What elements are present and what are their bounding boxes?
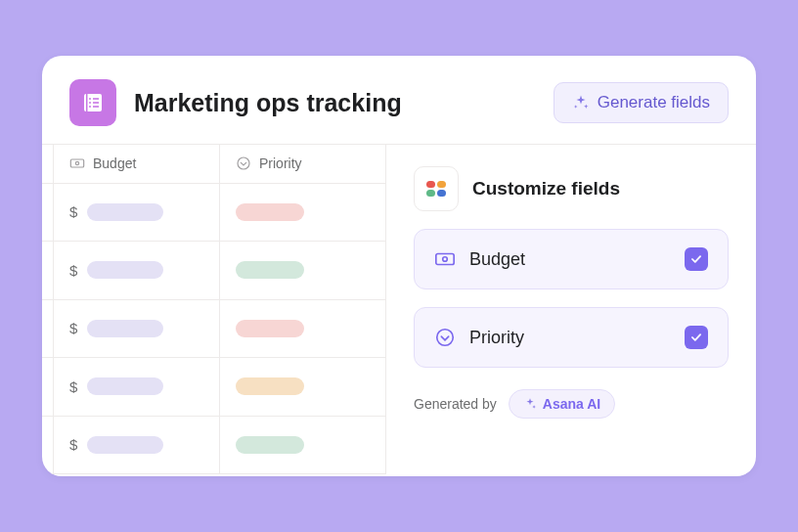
budget-placeholder <box>87 261 163 279</box>
generate-fields-label: Generate fields <box>598 93 710 112</box>
generated-by: Generated by Asana AI <box>414 389 729 419</box>
cell-priority <box>220 300 385 358</box>
currency-symbol: $ <box>69 436 77 453</box>
chevron-circle-icon <box>236 155 251 171</box>
generated-by-label: Generated by <box>414 396 497 412</box>
cell-priority <box>220 184 385 242</box>
svg-rect-6 <box>93 102 99 104</box>
app-card: Marketing ops tracking Generate fields B… <box>42 56 756 476</box>
field-checkbox[interactable] <box>685 247 708 271</box>
priority-placeholder <box>236 261 304 279</box>
svg-rect-13 <box>426 190 435 197</box>
customize-fields-icon <box>414 166 459 211</box>
table-row[interactable]: $ <box>42 358 385 416</box>
budget-placeholder <box>87 377 163 395</box>
ai-chip-label: Asana AI <box>543 396 600 412</box>
svg-point-9 <box>75 162 78 165</box>
priority-placeholder <box>236 320 304 337</box>
sparkle-icon <box>523 397 537 411</box>
field-card-budget[interactable]: Budget <box>414 229 729 289</box>
table-row[interactable]: $ <box>42 417 385 474</box>
priority-placeholder <box>236 436 304 454</box>
svg-point-10 <box>238 157 249 169</box>
list-icon <box>81 91 105 114</box>
svg-point-2 <box>89 98 91 100</box>
priority-placeholder <box>236 377 304 395</box>
panel-title: Customize fields <box>472 178 620 200</box>
field-checkbox[interactable] <box>685 326 708 349</box>
page-title: Marketing ops tracking <box>134 89 554 117</box>
svg-rect-7 <box>93 106 99 108</box>
banknote-icon <box>69 155 85 171</box>
col-budget-label: Budget <box>93 155 136 171</box>
svg-rect-14 <box>437 190 446 197</box>
cell-budget: $ <box>54 184 220 242</box>
svg-rect-11 <box>426 181 435 188</box>
currency-symbol: $ <box>69 378 77 395</box>
currency-symbol: $ <box>69 203 77 220</box>
col-priority[interactable]: Priority <box>220 145 385 184</box>
svg-point-17 <box>437 330 454 346</box>
currency-symbol: $ <box>69 320 77 336</box>
cell-budget: $ <box>54 417 220 474</box>
col-priority-label: Priority <box>259 155 302 171</box>
col-spacer <box>42 145 54 184</box>
field-card-priority[interactable]: Priority <box>414 307 729 368</box>
table-row[interactable]: $ <box>42 300 385 358</box>
priority-placeholder <box>236 203 304 221</box>
project-icon <box>69 79 116 126</box>
chevron-circle-icon <box>434 327 456 348</box>
check-icon <box>689 252 703 266</box>
svg-rect-5 <box>93 98 99 100</box>
header: Marketing ops tracking Generate fields <box>42 56 756 144</box>
budget-placeholder <box>87 436 163 454</box>
currency-symbol: $ <box>69 262 77 279</box>
field-label: Budget <box>469 249 671 270</box>
table-row[interactable]: $ <box>42 184 385 242</box>
budget-placeholder <box>87 203 163 221</box>
check-icon <box>689 331 703 344</box>
customize-panel: Customize fields Budget Priority Generat… <box>386 145 756 474</box>
svg-rect-15 <box>436 254 454 265</box>
sparkle-icon <box>572 94 590 111</box>
body: Budget Priority $ $ $ <box>42 144 756 474</box>
svg-rect-8 <box>70 159 83 167</box>
svg-rect-12 <box>437 181 446 188</box>
cell-priority <box>220 242 385 299</box>
field-label: Priority <box>469 328 671 348</box>
cell-priority <box>220 358 385 416</box>
table-header: Budget Priority <box>42 145 385 184</box>
panel-header: Customize fields <box>414 166 729 211</box>
generate-fields-button[interactable]: Generate fields <box>554 82 729 123</box>
svg-point-4 <box>89 106 91 108</box>
banknote-icon <box>434 248 456 270</box>
cell-budget: $ <box>54 242 220 299</box>
col-budget[interactable]: Budget <box>54 145 220 184</box>
cell-budget: $ <box>54 300 220 358</box>
svg-point-16 <box>443 257 448 262</box>
cell-budget: $ <box>54 358 220 416</box>
table-row[interactable]: $ <box>42 242 385 299</box>
data-table: Budget Priority $ $ $ <box>42 145 386 474</box>
asana-ai-chip[interactable]: Asana AI <box>509 389 615 419</box>
budget-placeholder <box>87 320 163 337</box>
svg-rect-1 <box>86 94 88 111</box>
svg-point-3 <box>89 102 91 104</box>
cell-priority <box>220 417 385 474</box>
